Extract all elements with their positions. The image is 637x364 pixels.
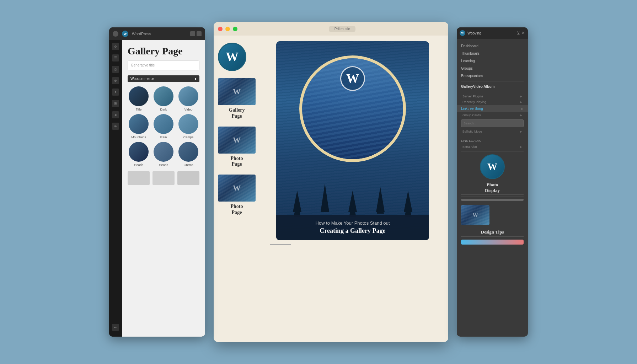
hero-title: Creating a Gallery Page <box>283 227 422 235</box>
right-wp-logo: W <box>480 154 505 179</box>
bottom-thumb-2 <box>152 171 175 185</box>
grid-item-4[interactable]: Rain <box>152 114 175 139</box>
thumb-img-2: W <box>218 127 256 154</box>
right-menu-recently-playing[interactable]: Recently Playing ▶ <box>457 99 528 105</box>
right-topbar-logo: W <box>460 30 465 36</box>
right-menu-server-plugins[interactable]: Server Plugins ▶ <box>457 93 528 99</box>
hero-image: W How to Make Your Photos Stand out Crea… <box>276 41 429 240</box>
sidebar-icon-4[interactable]: ⊕ <box>112 77 119 84</box>
grid-label-0: Title <box>136 108 142 111</box>
bottom-thumb-3 <box>177 171 199 185</box>
grid-item-2[interactable]: Video <box>177 86 199 111</box>
grid-item-3[interactable]: Mountains <box>128 114 150 139</box>
url-bar[interactable]: Pdi music <box>329 26 355 32</box>
right-search-input[interactable] <box>461 119 524 127</box>
middle-panel: Pdi music W W GalleryPage W <box>214 22 448 342</box>
right-menu-group-cards[interactable]: Group Cards ▶ <box>457 112 528 118</box>
thumb-item-2[interactable]: W PhotoPage <box>218 127 256 168</box>
right-separator-5 <box>461 236 524 237</box>
right-topbar: W Wooving ⊻ ✕ <box>457 27 528 39</box>
right-menu-learning[interactable]: Learning <box>457 57 528 65</box>
right-thumb-wp: W <box>472 212 478 218</box>
right-menu-thumbnails[interactable]: Thumbnails <box>457 50 528 57</box>
right-line-1 <box>461 194 524 195</box>
sidebar-icon-5[interactable]: ✦ <box>112 89 119 96</box>
hero-tree-2 <box>321 183 329 212</box>
grid-label-7: Heads <box>159 163 168 167</box>
right-menu-gallery-video[interactable]: GalleryVideo Album <box>457 83 528 90</box>
topbar-btn-1[interactable] <box>190 31 195 36</box>
right-separator-1 <box>461 81 524 81</box>
right-menu-dashboard[interactable]: Dashboard <box>457 42 528 50</box>
left-page-title: Gallery Page <box>128 46 199 57</box>
thumb-label-2: PhotoPage <box>218 156 256 168</box>
right-line-2 <box>461 197 524 197</box>
grid-thumb-6 <box>129 142 149 162</box>
grid-item-8[interactable]: Grems <box>177 142 199 167</box>
grid-thumb-7 <box>154 142 173 162</box>
grid-thumb-1 <box>154 86 173 106</box>
left-search-text: Generative title <box>131 63 155 67</box>
grid-thumb-2 <box>178 86 198 106</box>
middle-main: W How to Make Your Photos Stand out Crea… <box>260 36 448 342</box>
left-sidebar: ⊙ ☰ ◎ ⊕ ✦ ⊞ ◈ ⊗ ↩ <box>109 40 122 337</box>
right-menu-ballistic[interactable]: Ballistic Move ▶ <box>457 129 528 134</box>
grid-label-4: Rain <box>160 135 167 139</box>
thumb-wp-3: W <box>233 183 241 193</box>
grid-item-0[interactable]: Title <box>128 86 150 111</box>
thumb-label-3: PhotoPage <box>218 204 256 216</box>
right-menu-extra[interactable]: Extra Also ▶ <box>457 144 528 150</box>
right-design-label: Design Tips <box>457 229 528 235</box>
grid-item-6[interactable]: Heads <box>128 142 150 167</box>
topbar-btn-2[interactable] <box>197 31 202 36</box>
hero-tree-4 <box>376 187 385 212</box>
scene: W WordPress ⊙ ☰ ◎ ⊕ ✦ ⊞ ◈ ⊗ ↩ <box>0 0 637 364</box>
thumb-item-3[interactable]: W PhotoPage <box>218 175 256 216</box>
hero-scrollbar[interactable] <box>270 244 291 245</box>
sidebar-icon-7[interactable]: ◈ <box>112 111 119 118</box>
grid-item-1[interactable]: Dark <box>152 86 175 111</box>
left-section-header: Woocommerce ● <box>128 75 199 82</box>
grid-item-7[interactable]: Heads <box>152 142 175 167</box>
sidebar-icon-2[interactable]: ☰ <box>112 54 119 61</box>
right-thumbnail: W <box>461 205 489 225</box>
traffic-light-yellow[interactable] <box>225 27 230 31</box>
hero-wp-text: W <box>346 71 359 86</box>
traffic-light-green[interactable] <box>233 27 237 31</box>
sidebar-icon-8[interactable]: ⊗ <box>112 123 119 130</box>
right-menu-list: Dashboard Thumbnails Learning Groups Bos… <box>457 39 528 337</box>
right-topbar-title: Wooving <box>467 31 481 35</box>
thumb-img-1: W <box>218 78 256 105</box>
middle-left-sidebar: W W GalleryPage W PhotoPage W <box>214 36 260 342</box>
close-btn[interactable]: ✕ <box>521 31 525 36</box>
minimize-btn[interactable]: ⊻ <box>517 31 520 36</box>
bottom-thumb-1 <box>128 171 150 185</box>
right-scroll-thumb[interactable] <box>461 199 524 201</box>
right-menu-linktree[interactable]: Linktree Song ▶ <box>457 105 528 112</box>
topbar-actions <box>190 31 202 36</box>
sidebar-icon-bottom[interactable]: ↩ <box>112 324 119 331</box>
thumb-item-1[interactable]: W GalleryPage <box>218 78 256 119</box>
left-search-bar[interactable]: Generative title <box>128 60 199 70</box>
sidebar-icon-1[interactable]: ⊙ <box>112 43 119 50</box>
traffic-light-red[interactable] <box>218 27 223 31</box>
thumb-wp-1: W <box>233 87 241 96</box>
right-color-bar <box>461 240 524 245</box>
topbar-title: WordPress <box>132 32 151 36</box>
right-section-label-link: link Loadix <box>457 138 528 144</box>
grid-thumb-5 <box>178 114 198 134</box>
right-menu-groups[interactable]: Groups <box>457 65 528 72</box>
hero-trees <box>276 162 429 212</box>
hero-tree-1 <box>293 191 301 212</box>
left-topbar: W WordPress <box>109 27 205 40</box>
right-menu-bossquantum[interactable]: Bossquantum <box>457 72 528 80</box>
thumb-wp-2: W <box>233 135 241 145</box>
grid-item-5[interactable]: Camps <box>177 114 199 139</box>
right-thumb-row: W <box>457 202 528 228</box>
grid-label-1: Dark <box>160 108 167 111</box>
left-grid-top: Title Dark Video Mountains <box>128 86 199 167</box>
right-input-row <box>457 118 528 129</box>
sidebar-icon-6[interactable]: ⊞ <box>112 100 119 107</box>
sidebar-icon-3[interactable]: ◎ <box>112 66 119 73</box>
grid-thumb-8 <box>178 142 198 162</box>
